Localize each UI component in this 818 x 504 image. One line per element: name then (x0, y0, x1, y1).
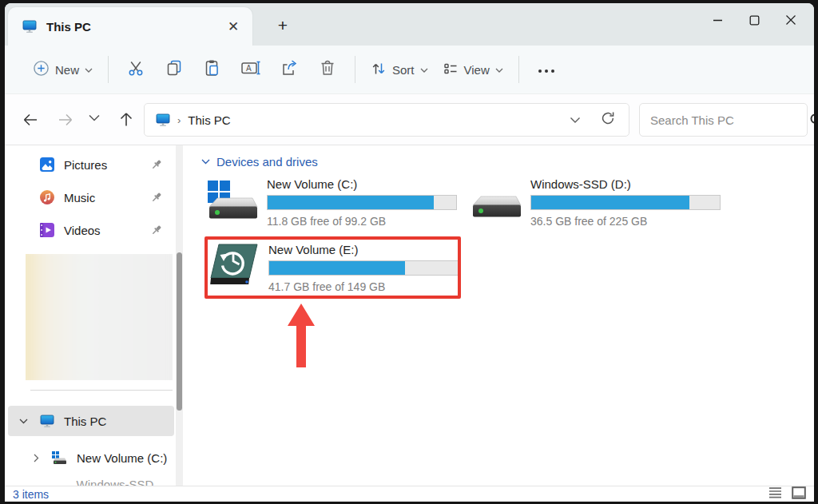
scrollbar-thumb[interactable] (177, 252, 182, 411)
group-header-label: Devices and drives (216, 155, 318, 169)
copy-icon (165, 58, 184, 81)
tab-title: This PC (46, 20, 91, 34)
windows-drive-icon (206, 181, 259, 228)
rename-icon: A (240, 58, 261, 81)
tree-item-label: This PC (64, 415, 106, 428)
sort-button-label: Sort (392, 63, 415, 77)
tab-close-icon[interactable]: ✕ (222, 15, 244, 38)
pictures-icon (40, 157, 54, 172)
copy-button[interactable] (155, 53, 193, 86)
minimize-button[interactable] (699, 6, 736, 34)
navigation-row: › This PC (5, 94, 814, 145)
drive-usage-fill (531, 196, 689, 209)
sidebar-scrollbar[interactable] (176, 145, 183, 486)
status-bar: 3 items (5, 486, 814, 502)
new-button-label: New (55, 63, 79, 77)
windows-drive-icon (51, 450, 67, 465)
large-icons-view-icon[interactable] (792, 486, 806, 502)
chevron-down-icon[interactable] (18, 419, 29, 424)
tree-item-windows-ssd-d[interactable]: Windows-SSD (D:) (8, 476, 174, 486)
pin-icon (150, 224, 163, 236)
breadcrumb[interactable]: This PC (188, 113, 230, 127)
cut-button[interactable] (117, 53, 155, 86)
file-explorer-window: This PC ✕ + New (5, 3, 814, 502)
computer-icon (156, 113, 170, 127)
music-icon (40, 190, 54, 204)
toolbar-separator (108, 56, 109, 83)
drive-name: New Volume (C:) (267, 177, 457, 191)
search-input[interactable] (650, 113, 809, 127)
drive-usage-bar (267, 195, 457, 210)
back-button[interactable] (21, 110, 40, 129)
drive-free-space: 36.5 GB free of 225 GB (530, 215, 721, 228)
paste-button[interactable] (193, 53, 232, 86)
up-button[interactable] (117, 110, 136, 129)
content-area: Devices and drives New Volume (C:) 11.8 … (190, 145, 814, 486)
plus-circle-icon (33, 60, 50, 79)
maximize-button[interactable] (736, 6, 772, 34)
ellipsis-icon (538, 62, 555, 77)
search-icon[interactable] (809, 113, 814, 127)
view-icon (443, 61, 459, 79)
tree-item-new-volume-c[interactable]: New Volume (C:) (8, 442, 174, 473)
drive-tile-windows-ssd-d[interactable]: Windows-SSD (D:) 36.5 GB free of 225 GB (470, 177, 721, 228)
sidebar-item-music[interactable]: Music (8, 183, 173, 212)
sort-button[interactable]: Sort (363, 54, 435, 85)
titlebar: This PC ✕ + (5, 3, 814, 46)
toolbar-separator (518, 56, 519, 83)
toolbar-separator (355, 56, 355, 83)
pin-icon (150, 191, 163, 204)
new-tab-button[interactable]: + (272, 14, 294, 37)
blurred-thumbnail (26, 254, 173, 380)
sort-icon (371, 61, 387, 79)
pin-icon (150, 158, 163, 171)
chevron-down-icon (85, 68, 93, 73)
paste-icon (203, 58, 222, 81)
command-toolbar: New A Sort (5, 46, 814, 94)
refresh-icon[interactable] (600, 110, 616, 129)
see-more-button[interactable] (527, 53, 566, 86)
address-dropdown-icon[interactable] (570, 113, 581, 127)
view-button-label: View (464, 63, 490, 77)
tree-item-label: New Volume (C:) (77, 451, 167, 465)
highlight-rectangle (204, 236, 461, 299)
scissors-icon (126, 58, 145, 81)
sidebar-item-label: Videos (64, 224, 101, 237)
share-icon (280, 58, 299, 81)
close-button[interactable] (772, 6, 809, 34)
new-button[interactable]: New (26, 54, 100, 85)
svg-text:A: A (246, 64, 252, 73)
sidebar: Pictures Music Videos (5, 145, 190, 486)
rename-button[interactable]: A (232, 53, 270, 86)
computer-icon (40, 415, 54, 428)
drive-free-space: 11.8 GB free of 99.2 GB (267, 215, 457, 228)
sidebar-item-videos[interactable]: Videos (8, 216, 173, 244)
drive-usage-fill (268, 196, 434, 209)
breadcrumb-chevron-icon: › (177, 114, 181, 126)
sidebar-item-label: Pictures (64, 158, 107, 172)
details-view-icon[interactable] (768, 486, 782, 502)
address-bar[interactable]: › This PC (144, 103, 629, 137)
search-box (639, 103, 808, 137)
sidebar-item-pictures[interactable]: Pictures (8, 150, 173, 179)
chevron-down-icon (420, 68, 428, 73)
sidebar-item-label: Music (64, 191, 95, 204)
recent-locations-button[interactable] (88, 114, 101, 122)
tree-item-this-pc[interactable]: This PC (8, 406, 174, 436)
trash-icon (318, 58, 337, 81)
drive-tile-new-volume-c[interactable]: New Volume (C:) 11.8 GB free of 99.2 GB (206, 177, 457, 228)
view-button[interactable]: View (435, 54, 510, 85)
highlight-arrow-icon (285, 302, 317, 374)
group-header-devices-and-drives[interactable]: Devices and drives (201, 155, 318, 169)
tree-item-label: Windows-SSD (D:) (77, 478, 174, 486)
forward-button[interactable] (56, 110, 75, 129)
chevron-right-icon[interactable] (30, 454, 42, 462)
videos-icon (40, 223, 54, 237)
sidebar-divider (30, 390, 173, 391)
drive-info: New Volume (C:) 11.8 GB free of 99.2 GB (267, 177, 457, 228)
drive-usage-bar (530, 195, 721, 210)
delete-button[interactable] (308, 53, 347, 86)
drive-name: Windows-SSD (D:) (530, 177, 721, 191)
share-button[interactable] (270, 53, 308, 86)
tab-this-pc[interactable]: This PC ✕ (8, 7, 252, 46)
